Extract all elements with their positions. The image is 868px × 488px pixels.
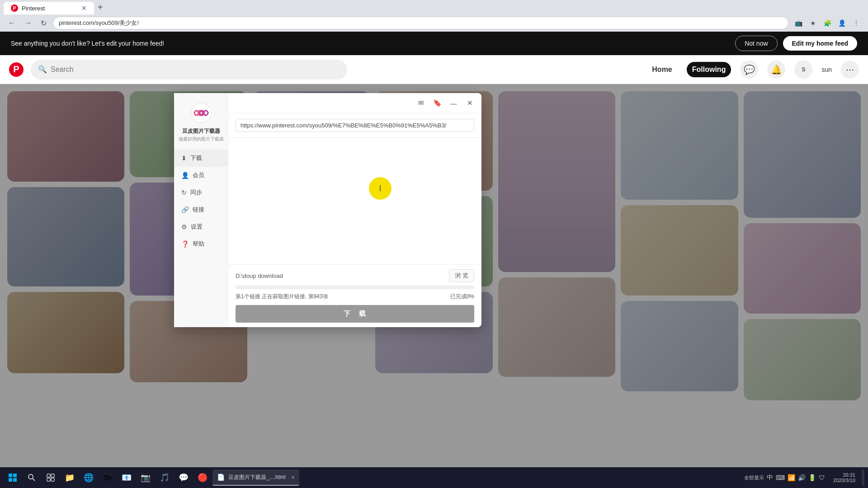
pinterest-nav: P 🔍 Home Following 💬 🔔 S sun ⋯	[0, 55, 868, 84]
svg-rect-3	[9, 478, 12, 482]
favorites-btn[interactable]: ★	[807, 17, 819, 29]
sidebar-link-label: 链接	[193, 206, 204, 214]
browser-chrome: Pinterest ✕ + ← → ↻ pinterest.com/syou50…	[0, 0, 868, 32]
sidebar-item-link[interactable]: 🔗 链接	[174, 201, 228, 218]
search-input[interactable]	[51, 66, 340, 74]
task-view-icon	[47, 474, 55, 482]
not-now-btn[interactable]: Not now	[735, 36, 777, 51]
user-avatar[interactable]: S	[794, 61, 812, 79]
security-icon[interactable]: 🛡	[819, 474, 825, 481]
svg-rect-2	[13, 474, 17, 477]
store-btn[interactable]: 🛍	[99, 469, 117, 486]
popup-path-row: D:\doup download 浏 览	[236, 269, 474, 282]
chrome-btn[interactable]: 🌐	[80, 469, 98, 486]
app-logo	[190, 102, 212, 126]
messages-btn[interactable]: 💬	[740, 61, 758, 79]
cast-btn[interactable]: 📺	[792, 17, 805, 29]
app6-btn[interactable]: 💬	[175, 469, 193, 486]
browser-toolbar: ← → ↻ pinterest.com/syou509/美少女/ 📺 ★ 🧩 👤…	[0, 14, 868, 32]
popup-footer: D:\doup download 浏 览 第1个链接 正在获取图片链接. 第94…	[228, 264, 481, 327]
extension-btn[interactable]: 🧩	[821, 17, 834, 29]
status-text: 第1个链接 正在获取图片链接. 第943张	[236, 293, 328, 300]
minimize-btn[interactable]: —	[447, 97, 460, 109]
profile-btn[interactable]: 👤	[835, 17, 848, 29]
task-view-btn[interactable]	[42, 469, 60, 486]
back-btn[interactable]: ←	[5, 17, 18, 29]
svg-rect-8	[51, 474, 54, 477]
pinterest-logo-icon[interactable]: P	[9, 62, 24, 77]
keyboard-icon[interactable]: ⌨	[776, 474, 785, 481]
mail-btn[interactable]: 📧	[118, 469, 136, 486]
edit-home-btn[interactable]: Edit my home feed	[783, 36, 857, 51]
reload-btn[interactable]: ↻	[38, 17, 49, 29]
bookmark-icon-btn[interactable]: 🔖	[431, 97, 443, 109]
app-name-label: 豆皮图片下载器	[182, 127, 220, 135]
start-btn[interactable]	[4, 469, 22, 486]
volume-icon[interactable]: 🔊	[798, 474, 806, 481]
active-tab[interactable]: Pinterest ✕	[4, 2, 94, 14]
sidebar-settings-label: 设置	[191, 223, 203, 231]
search-taskbar-icon	[28, 474, 36, 482]
search-bar[interactable]: 🔍	[31, 60, 347, 80]
cursor-indicator: I	[369, 177, 392, 200]
sidebar-item-help[interactable]: ❓ 帮助	[174, 235, 228, 253]
notifications-btn[interactable]: 🔔	[767, 61, 785, 79]
forward-btn[interactable]: →	[22, 17, 34, 29]
new-tab-btn[interactable]: +	[94, 0, 107, 14]
app5-btn[interactable]: 🎵	[156, 469, 174, 486]
app7-btn[interactable]: 🔴	[193, 469, 212, 486]
sidebar-item-member[interactable]: 👤 会员	[174, 167, 228, 184]
following-nav-link[interactable]: Following	[687, 62, 731, 77]
browse-btn[interactable]: 浏 览	[449, 269, 474, 282]
email-icon-btn[interactable]: ✉	[415, 97, 427, 109]
settings-icon: ⚙	[181, 223, 187, 230]
popup-sidebar: 豆皮图片下载器 做最好用的图片下载器 ⬇ 下载 👤 会员 ↻ 同步 🔗 链接	[174, 93, 228, 327]
battery-icon[interactable]: 🔋	[808, 474, 816, 481]
pinterest-content: 豆皮图片下载器 做最好用的图片下载器 ⬇ 下载 👤 会员 ↻ 同步 🔗 链接	[0, 84, 868, 488]
browser-actions: 📺 ★ 🧩 👤 ⋮	[792, 17, 863, 29]
input-method-icon[interactable]: 中	[767, 474, 773, 482]
show-desktop-label[interactable]: 全部显示	[744, 474, 764, 481]
windows-logo-icon	[8, 473, 17, 482]
help-icon: ❓	[181, 240, 189, 248]
tab-title: Pinterest	[22, 5, 45, 12]
sidebar-item-download[interactable]: ⬇ 下载	[174, 150, 228, 167]
svg-line-6	[33, 479, 35, 481]
running-app-taskbar[interactable]: 📄 豆皮图片下载器_....html ✕	[212, 469, 299, 486]
svg-rect-10	[51, 478, 54, 481]
running-app-close[interactable]: ✕	[291, 475, 295, 480]
app-desc-label: 做最好用的图片下载器	[179, 136, 224, 142]
menu-btn[interactable]: ⋮	[850, 17, 863, 29]
link-icon: 🔗	[181, 206, 189, 213]
tab-close-btn[interactable]: ✕	[81, 5, 87, 12]
sidebar-member-label: 会员	[193, 171, 204, 179]
tab-favicon	[11, 5, 18, 12]
home-nav-link[interactable]: Home	[646, 62, 677, 77]
address-text: pinterest.com/syou509/美少女/	[59, 19, 139, 27]
network-icon[interactable]: 📶	[788, 474, 795, 481]
url-input[interactable]	[236, 119, 474, 132]
app4-btn[interactable]: 📷	[137, 469, 155, 486]
popup-content-area: I	[228, 138, 481, 264]
more-btn[interactable]: ⋯	[841, 61, 859, 79]
pinterest-topbar: See anything you don't like? Let's edit …	[0, 32, 868, 55]
explorer-btn[interactable]: 📁	[61, 469, 79, 486]
sidebar-item-sync[interactable]: ↻ 同步	[174, 184, 228, 201]
nav-links: Home Following 💬 🔔 S sun ⋯	[646, 61, 859, 79]
search-taskbar-btn[interactable]	[23, 469, 41, 486]
running-app-label: 豆皮图片下载器_....html	[228, 474, 286, 481]
download-icon: ⬇	[181, 155, 187, 162]
taskbar-clock[interactable]: 20:31 2020/3/10	[830, 472, 859, 483]
svg-rect-9	[47, 478, 50, 481]
search-icon: 🔍	[38, 65, 47, 74]
sync-icon: ↻	[181, 189, 187, 196]
show-desktop-btn[interactable]	[862, 469, 864, 486]
download-btn[interactable]: 下 载	[236, 305, 474, 323]
address-bar[interactable]: pinterest.com/syou509/美少女/	[53, 17, 788, 29]
sidebar-sync-label: 同步	[190, 188, 202, 197]
svg-rect-4	[13, 478, 17, 482]
sidebar-menu: ⬇ 下载 👤 会员 ↻ 同步 🔗 链接 ⚙ 设置	[174, 150, 228, 253]
sidebar-item-settings[interactable]: ⚙ 设置	[174, 218, 228, 235]
close-btn[interactable]: ✕	[463, 97, 476, 109]
download-path-label: D:\doup download	[236, 272, 283, 279]
